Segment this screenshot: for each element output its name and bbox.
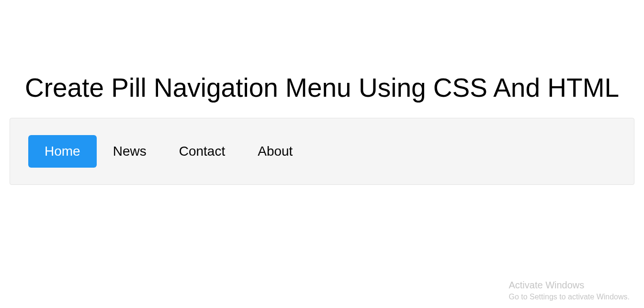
pill-nav: Home News Contact About [28,135,616,168]
nav-link-about[interactable]: About [241,135,309,168]
nav-item-contact: Contact [163,135,242,168]
nav-item-news: News [97,135,163,168]
watermark-title: Activate Windows [508,278,630,292]
nav-item-home: Home [28,135,97,168]
nav-link-home[interactable]: Home [28,135,97,168]
watermark-subtitle: Go to Settings to activate Windows. [508,292,630,302]
nav-container: Home News Contact About [10,118,634,185]
nav-link-contact[interactable]: Contact [163,135,242,168]
nav-item-about: About [241,135,309,168]
page-title: Create Pill Navigation Menu Using CSS An… [0,72,644,103]
nav-link-news[interactable]: News [97,135,163,168]
windows-activation-watermark: Activate Windows Go to Settings to activ… [508,278,630,302]
